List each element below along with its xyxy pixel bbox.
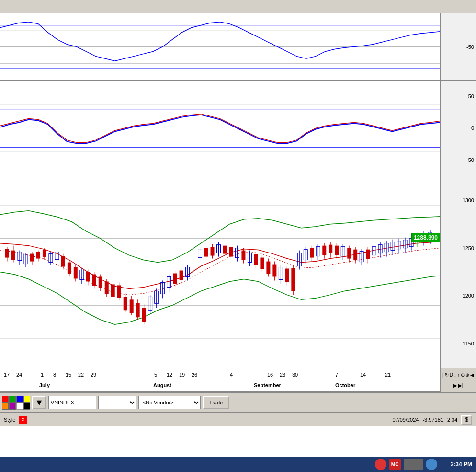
svg-text:September: September xyxy=(254,382,282,388)
panel1-chart xyxy=(0,13,440,80)
svg-text:29: 29 xyxy=(91,372,96,378)
nav-btn-bar[interactable]: | xyxy=(442,372,444,378)
svg-text:12: 12 xyxy=(167,372,172,378)
panel3-yaxis: 1300 1250 1200 1150 xyxy=(440,176,476,368)
vendor-dropdown[interactable]: <No Vendor> xyxy=(138,396,201,409)
svg-rect-79 xyxy=(204,248,208,257)
panel3-ylabel-1250: 1250 xyxy=(463,245,474,251)
svg-rect-99 xyxy=(266,262,270,274)
panel2-ylabel-3: -50 xyxy=(466,157,474,163)
svg-text:October: October xyxy=(335,382,356,388)
svg-text:26: 26 xyxy=(192,372,197,378)
color-yellow[interactable] xyxy=(23,396,30,403)
status-date: 07/09/2024 xyxy=(392,417,419,423)
svg-rect-105 xyxy=(285,269,289,282)
svg-rect-37 xyxy=(68,263,71,274)
nav-btn-up[interactable]: ↑ xyxy=(457,372,460,378)
color-red[interactable] xyxy=(2,396,9,403)
svg-rect-45 xyxy=(92,274,96,286)
svg-text:23: 23 xyxy=(280,372,285,378)
svg-rect-61 xyxy=(142,308,146,322)
svg-rect-71 xyxy=(173,273,177,284)
taskbar: MC 2:34 PM xyxy=(0,457,476,472)
symbol-input[interactable]: VNINDEX xyxy=(48,396,96,409)
status-change: -3.97181 xyxy=(422,417,443,423)
svg-text:15: 15 xyxy=(66,372,71,378)
statusbar-right: 07/09/2024 -3.97181 2:34 $ xyxy=(392,415,472,425)
svg-rect-57 xyxy=(130,299,134,313)
dollar-btn[interactable]: $ xyxy=(461,415,472,425)
svg-rect-35 xyxy=(61,256,65,267)
panel2-chart xyxy=(0,81,440,176)
taskbar-icon-3[interactable] xyxy=(404,459,423,470)
interval-dropdown[interactable] xyxy=(98,396,136,409)
svg-rect-19 xyxy=(11,251,15,260)
svg-rect-55 xyxy=(124,297,127,310)
nav-btn-circle[interactable]: ⊙ xyxy=(461,372,465,378)
svg-text:16: 16 xyxy=(267,372,273,378)
style-close-btn[interactable]: ✕ xyxy=(19,416,27,424)
trade-button[interactable]: Trade xyxy=(203,396,229,409)
svg-text:17: 17 xyxy=(4,372,10,378)
color-black[interactable] xyxy=(23,403,30,410)
status-time: 2:34 xyxy=(447,417,457,423)
nav-btn-refresh[interactable]: ↻ xyxy=(445,372,449,378)
nav-btn-end[interactable]: ▶| xyxy=(458,383,464,388)
color-purple[interactable] xyxy=(9,403,16,410)
nav-btn-prev[interactable]: ◀ xyxy=(470,372,474,378)
svg-text:21: 21 xyxy=(385,372,391,378)
svg-rect-87 xyxy=(229,247,233,257)
panel3-chart: 1288.390 xyxy=(0,176,440,368)
nav-btn-d[interactable]: D xyxy=(450,372,453,378)
panel3-ylabel-1300: 1300 xyxy=(463,197,474,203)
main-container: -50 xyxy=(0,0,476,472)
nav-btn-next[interactable]: ▶ xyxy=(453,383,457,388)
svg-rect-127 xyxy=(353,250,357,260)
svg-text:22: 22 xyxy=(78,372,84,378)
x-axis: 17 24 1 8 15 22 29 5 12 19 26 4 16 23 30… xyxy=(0,368,476,392)
svg-rect-119 xyxy=(329,245,332,253)
svg-rect-113 xyxy=(310,248,314,258)
style-label: Style xyxy=(4,417,15,423)
taskbar-time: 2:34 PM xyxy=(451,461,472,468)
taskbar-icon-1[interactable] xyxy=(375,459,386,470)
panel-2: 50 0 -50 xyxy=(0,81,476,176)
panel2-ylabel-1: 50 xyxy=(468,93,474,99)
chart-nav: | ↻ D ↓ ↑ ⊙ ⊕ ◀ ▶ ▶| xyxy=(440,368,476,392)
taskbar-icons: MC xyxy=(375,459,437,470)
svg-text:14: 14 xyxy=(360,372,366,378)
dropdown-arrow-btn[interactable]: ▼ xyxy=(32,396,46,409)
color-green[interactable] xyxy=(9,396,16,403)
svg-text:8: 8 xyxy=(53,372,56,378)
svg-rect-85 xyxy=(223,246,227,254)
svg-text:4: 4 xyxy=(230,372,233,378)
color-white[interactable] xyxy=(16,403,23,410)
current-price-badge: 1288.390 xyxy=(411,233,440,242)
xaxis-svg: 17 24 1 8 15 22 29 5 12 19 26 4 16 23 30… xyxy=(0,368,441,392)
svg-rect-47 xyxy=(99,276,102,288)
svg-rect-101 xyxy=(272,265,276,277)
svg-rect-91 xyxy=(241,251,245,260)
panel2-ylabel-2: 0 xyxy=(471,125,474,131)
nav-btn-at[interactable]: ⊕ xyxy=(465,372,469,378)
panel3-svg xyxy=(0,176,440,368)
toolbar: ▼ VNINDEX <No Vendor> Trade xyxy=(0,392,476,412)
svg-rect-117 xyxy=(322,246,326,255)
taskbar-icon-4[interactable] xyxy=(426,459,437,470)
svg-text:24: 24 xyxy=(16,372,22,378)
statusbar-left: Style ✕ xyxy=(4,416,27,424)
color-blue[interactable] xyxy=(16,396,23,403)
svg-rect-17 xyxy=(5,249,9,258)
svg-rect-131 xyxy=(366,250,370,259)
panel-3: 1288.390 1300 1250 1200 1150 xyxy=(0,176,476,368)
svg-rect-49 xyxy=(105,281,109,294)
color-orange[interactable] xyxy=(2,403,9,410)
svg-text:5: 5 xyxy=(154,372,157,378)
svg-text:19: 19 xyxy=(179,372,185,378)
taskbar-icon-mc[interactable]: MC xyxy=(389,459,401,470)
svg-rect-81 xyxy=(211,247,215,256)
svg-rect-39 xyxy=(74,267,78,279)
nav-btn-down[interactable]: ↓ xyxy=(454,372,456,378)
panel2-yaxis: 50 0 -50 xyxy=(440,81,476,176)
top-bar xyxy=(0,0,476,13)
